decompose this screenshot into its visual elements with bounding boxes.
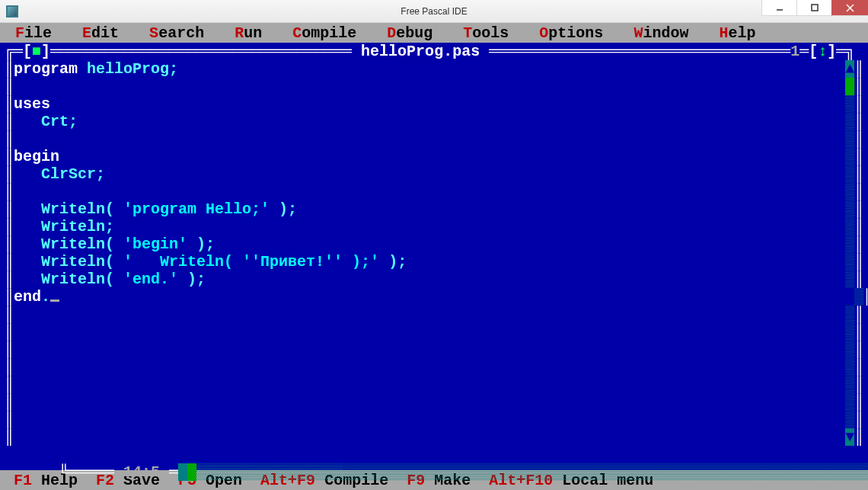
- code-line[interactable]: ║ Writeln( 'program Hello;' ); ▒║: [5, 200, 863, 218]
- menu-window[interactable]: Window: [632, 24, 690, 42]
- code-line[interactable]: ║begin ▒║: [5, 148, 863, 165]
- menubar[interactable]: File Edit Search Run Compile Debug Tools…: [0, 23, 868, 43]
- ide-root: File Edit Search Run Compile Debug Tools…: [0, 23, 868, 490]
- code-line[interactable]: ║uses ▒║: [5, 95, 863, 113]
- hscroll-left-icon[interactable]: ◄: [178, 463, 187, 481]
- code-line[interactable]: ║ ▒║: [5, 323, 863, 341]
- code-line[interactable]: ║ ▒║: [5, 393, 863, 411]
- code-line[interactable]: ║ ▒║: [5, 376, 863, 393]
- menubar-spacer: [5, 24, 14, 42]
- menu-tools[interactable]: Tools: [461, 24, 510, 42]
- editor-close-icon[interactable]: ■: [32, 43, 41, 60]
- menu-debug[interactable]: Debug: [385, 24, 434, 42]
- code-line[interactable]: ║ Writeln( ' Writeln( ''Привет!'' );' );…: [5, 253, 863, 271]
- editor-window-number: 1: [790, 43, 799, 60]
- menu-help[interactable]: Help: [717, 24, 757, 42]
- code-line[interactable]: ║ ▼║: [5, 428, 863, 446]
- code-line[interactable]: ║ ▒║: [5, 411, 863, 428]
- minimize-button[interactable]: [761, 0, 796, 16]
- code-line[interactable]: ║ ▒║: [5, 341, 863, 358]
- editor-zoom-icon[interactable]: ↕: [818, 43, 827, 60]
- editor-window[interactable]: ╔═[■]═════════════════════════════════ h…: [0, 43, 868, 470]
- menu-options[interactable]: Options: [538, 24, 605, 42]
- menu-file[interactable]: File: [14, 24, 53, 42]
- code-line[interactable]: ║ ClrScr; ▒║: [5, 165, 863, 183]
- code-line[interactable]: ║ ▒║: [5, 183, 863, 200]
- code-line[interactable]: ║program helloProg; ▲║: [5, 60, 863, 78]
- window-titlebar: Free Pascal IDE: [0, 0, 868, 23]
- menu-edit[interactable]: Edit: [81, 24, 120, 42]
- code-line[interactable]: ║ ▒║: [5, 130, 863, 148]
- maximize-button[interactable]: [796, 0, 831, 16]
- app-icon: [6, 5, 18, 18]
- window-controls: [761, 0, 868, 22]
- cursor-position: 14:5: [123, 463, 160, 481]
- code-line[interactable]: ║ Writeln( 'begin' ); ▒║: [5, 235, 863, 253]
- code-line[interactable]: ║ ▒║: [5, 306, 863, 323]
- code-line[interactable]: ║ Writeln; ▒║: [5, 218, 863, 235]
- menu-compile[interactable]: Compile: [291, 24, 358, 42]
- code-line[interactable]: ║end. ▒║: [5, 288, 863, 306]
- editor-frame-top: ╔═[■]═════════════════════════════════ h…: [5, 43, 863, 60]
- code-line[interactable]: ║ Crt; ▒║: [5, 113, 863, 130]
- window-title: Free Pascal IDE: [400, 6, 467, 17]
- close-button[interactable]: [831, 0, 868, 16]
- menu-run[interactable]: Run: [233, 24, 263, 42]
- editor-frame-bottom: ╚═════ 14:5 ═◄█▒▒▒▒▒▒▒▒▒▒▒▒▒▒▒▒▒▒▒▒▒▒▒▒▒…: [5, 446, 863, 463]
- code-line[interactable]: ║ █║: [5, 78, 863, 95]
- svg-rect-1: [812, 5, 818, 11]
- menu-search[interactable]: Search: [148, 24, 206, 42]
- code-line[interactable]: ║ Writeln( 'end.' ); ▒║: [5, 271, 863, 288]
- code-area[interactable]: ║program helloProg; ▲║║ █║║uses: [5, 60, 863, 446]
- editor-filename: helloProg.pas: [361, 43, 480, 60]
- code-line[interactable]: ║ ▒║: [5, 358, 863, 376]
